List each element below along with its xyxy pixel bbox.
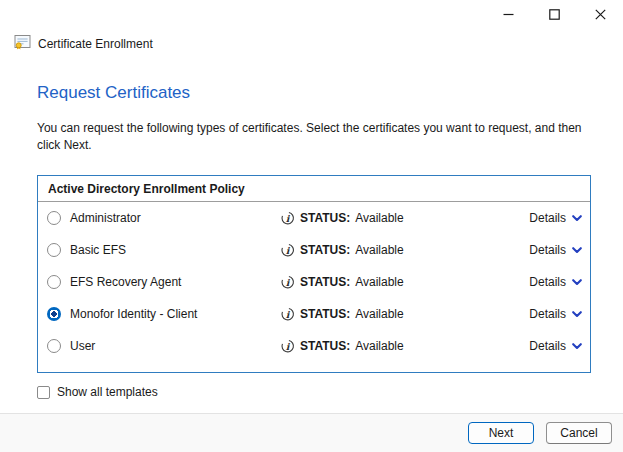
titlebar — [0, 0, 623, 28]
cancel-button[interactable]: Cancel — [546, 422, 612, 444]
show-all-templates-option: Show all templates — [37, 385, 590, 399]
template-row: Basic EFS i STATUS: Available Details — [38, 234, 590, 266]
template-row: Administrator i STATUS: Available Detail… — [38, 202, 590, 234]
svg-text:i: i — [286, 212, 291, 223]
chevron-down-icon — [572, 339, 582, 353]
status-value: Available — [355, 211, 403, 225]
template-radio[interactable] — [47, 275, 61, 289]
status-value: Available — [355, 307, 403, 321]
info-icon: i — [280, 275, 295, 290]
page-description: You can request the following types of c… — [37, 120, 590, 154]
maximize-button[interactable] — [531, 0, 577, 28]
status-label: STATUS: — [300, 307, 350, 321]
details-button[interactable]: Details — [504, 243, 582, 257]
status-label: STATUS: — [300, 339, 350, 353]
app-header: Certificate Enrollment — [0, 28, 623, 53]
template-row: EFS Recovery Agent i STATUS: Available D… — [38, 266, 590, 298]
chevron-down-icon — [572, 211, 582, 225]
details-label: Details — [529, 275, 566, 289]
next-button[interactable]: Next — [468, 422, 534, 444]
chevron-down-icon — [572, 307, 582, 321]
info-icon: i — [280, 307, 295, 322]
info-icon: i — [280, 211, 295, 226]
status-label: STATUS: — [300, 243, 350, 257]
minimize-icon — [503, 9, 514, 20]
status-label: STATUS: — [300, 211, 350, 225]
svg-text:i: i — [286, 340, 291, 351]
show-all-templates-checkbox[interactable] — [37, 386, 50, 399]
footer-bar: Next Cancel — [0, 413, 623, 452]
template-list: Administrator i STATUS: Available Detail… — [38, 202, 590, 362]
details-label: Details — [529, 307, 566, 321]
svg-text:i: i — [286, 308, 291, 319]
status-value: Available — [355, 243, 403, 257]
certificate-icon — [14, 34, 31, 53]
main-content: Request Certificates You can request the… — [0, 53, 623, 413]
template-row: Monofor Identity - Client i STATUS: Avai… — [38, 298, 590, 330]
policy-panel: Active Directory Enrollment Policy Admin… — [37, 175, 591, 373]
page-title: Request Certificates — [37, 83, 590, 103]
certificate-enrollment-window: Certificate Enrollment Request Certifica… — [0, 0, 623, 452]
template-radio[interactable] — [47, 307, 61, 321]
template-radio[interactable] — [47, 243, 61, 257]
template-name[interactable]: Monofor Identity - Client — [70, 307, 280, 321]
close-icon — [595, 9, 606, 20]
template-radio[interactable] — [47, 211, 61, 225]
policy-panel-header: Active Directory Enrollment Policy — [38, 176, 590, 201]
chevron-down-icon — [572, 243, 582, 257]
app-title: Certificate Enrollment — [38, 37, 153, 51]
show-all-templates-label: Show all templates — [57, 385, 158, 399]
maximize-icon — [549, 9, 560, 20]
details-label: Details — [529, 243, 566, 257]
template-name[interactable]: Administrator — [70, 211, 280, 225]
status-label: STATUS: — [300, 275, 350, 289]
chevron-down-icon — [572, 275, 582, 289]
template-name[interactable]: User — [70, 339, 280, 353]
status-value: Available — [355, 339, 403, 353]
details-label: Details — [529, 211, 566, 225]
status-value: Available — [355, 275, 403, 289]
details-button[interactable]: Details — [504, 275, 582, 289]
template-radio[interactable] — [47, 339, 61, 353]
details-button[interactable]: Details — [504, 339, 582, 353]
template-name[interactable]: EFS Recovery Agent — [70, 275, 280, 289]
details-label: Details — [529, 339, 566, 353]
svg-text:i: i — [286, 276, 291, 287]
info-icon: i — [280, 339, 295, 354]
info-icon: i — [280, 243, 295, 258]
close-button[interactable] — [577, 0, 623, 28]
details-button[interactable]: Details — [504, 307, 582, 321]
minimize-button[interactable] — [485, 0, 531, 28]
template-row: User i STATUS: Available Details — [38, 330, 590, 362]
details-button[interactable]: Details — [504, 211, 582, 225]
template-name[interactable]: Basic EFS — [70, 243, 280, 257]
svg-text:i: i — [286, 244, 291, 255]
